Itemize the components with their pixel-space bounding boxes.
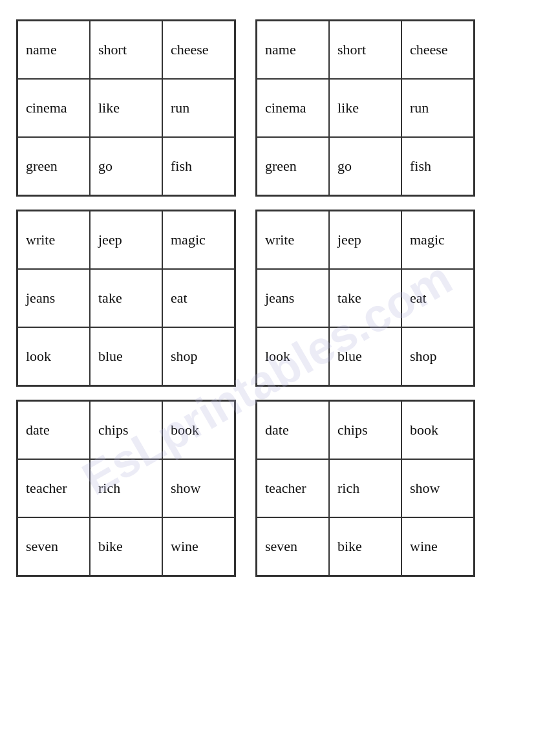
bingo-cell: blue [90,327,162,385]
bingo-cell: green [257,137,329,195]
bingo-cell: green [17,137,90,195]
bingo-cell: run [162,79,235,137]
bingo-cell: run [401,79,474,137]
bingo-cell: jeans [17,269,90,327]
bingo-cell: like [90,79,162,137]
bingo-cell: teacher [257,459,329,517]
card-1-left: nameshortcheesecinemalikerungreengofish [16,19,236,197]
card-1-right: nameshortcheesecinemalikerungreengofish [255,19,475,197]
bingo-cell: fish [162,137,235,195]
bingo-cell: look [17,327,90,385]
card-2-left: writejeepmagicjeanstakeeatlookblueshop [16,210,236,387]
page-container: EsLprintables.com nameshortcheesecinemal… [0,0,534,756]
row-pair-3: datechipsbookteacherrichshowsevenbikewin… [16,400,518,577]
bingo-cell: rich [90,459,162,517]
bingo-cell: fish [401,137,474,195]
bingo-cell: date [17,401,90,459]
bingo-cell: chips [329,401,401,459]
bingo-cell: date [257,401,329,459]
bingo-cell: magic [401,211,474,269]
bingo-cell: short [90,21,162,79]
bingo-cell: show [401,459,474,517]
bingo-cell: look [257,327,329,385]
bingo-cell: magic [162,211,235,269]
bingo-cell: cheese [401,21,474,79]
bingo-cell: go [90,137,162,195]
bingo-cell: shop [162,327,235,385]
bingo-cell: jeep [329,211,401,269]
bingo-cell: name [257,21,329,79]
bingo-cell: book [162,401,235,459]
row-pair-2: writejeepmagicjeanstakeeatlookblueshop w… [16,210,518,387]
bingo-cell: chips [90,401,162,459]
bingo-cell: take [329,269,401,327]
bingo-cell: take [90,269,162,327]
bingo-cell: eat [162,269,235,327]
bingo-cell: book [401,401,474,459]
bingo-cell: short [329,21,401,79]
bingo-cell: name [17,21,90,79]
bingo-cell: shop [401,327,474,385]
bingo-cell: show [162,459,235,517]
card-2-right: writejeepmagicjeanstakeeatlookblueshop [255,210,475,387]
bingo-cell: jeep [90,211,162,269]
bingo-cell: write [257,211,329,269]
bingo-cell: bike [329,517,401,576]
bingo-cell: wine [401,517,474,576]
card-3-right: datechipsbookteacherrichshowsevenbikewin… [255,400,475,577]
bingo-cell: jeans [257,269,329,327]
bingo-cell: write [17,211,90,269]
bingo-cell: teacher [17,459,90,517]
bingo-cell: rich [329,459,401,517]
bingo-cell: eat [401,269,474,327]
row-pair-1: nameshortcheesecinemalikerungreengofish … [16,19,518,197]
bingo-cell: seven [257,517,329,576]
bingo-cell: cheese [162,21,235,79]
bingo-cell: bike [90,517,162,576]
bingo-cell: blue [329,327,401,385]
bingo-cell: wine [162,517,235,576]
bingo-cell: cinema [17,79,90,137]
bingo-cell: go [329,137,401,195]
card-3-left: datechipsbookteacherrichshowsevenbikewin… [16,400,236,577]
bingo-cell: like [329,79,401,137]
bingo-cell: cinema [257,79,329,137]
bingo-cell: seven [17,517,90,576]
